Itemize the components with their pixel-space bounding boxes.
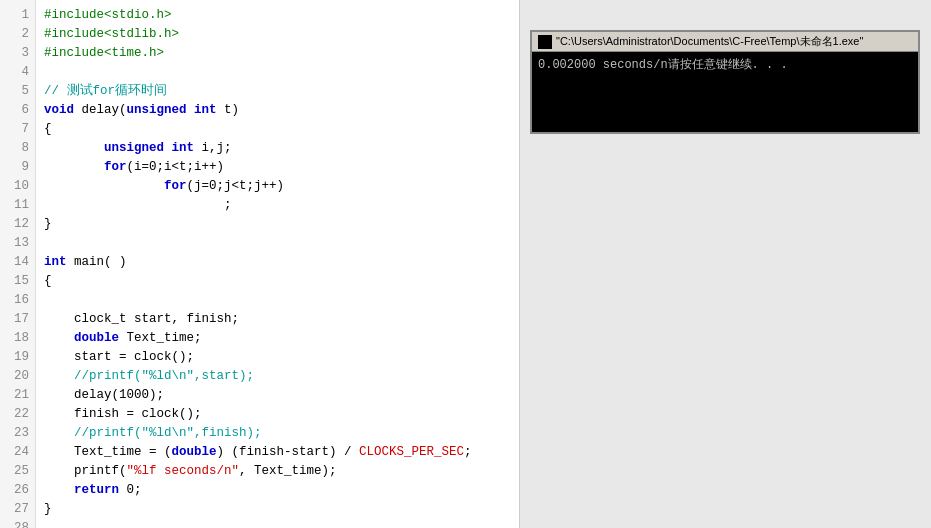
code-line: }	[44, 500, 511, 519]
line-number: 9	[21, 158, 29, 177]
code-line: ​	[44, 519, 511, 528]
code-line: clock_t start, finish;	[44, 310, 511, 329]
code-line: for(j=0;j<t;j++)	[44, 177, 511, 196]
line-number: 7	[21, 120, 29, 139]
code-line: double Text_time;	[44, 329, 511, 348]
code-line: #include<time.h>	[44, 44, 511, 63]
code-line: int main( )	[44, 253, 511, 272]
code-editor: 1234567891011121314151617181920212223242…	[0, 0, 520, 528]
line-number: 16	[14, 291, 29, 310]
line-number: 19	[14, 348, 29, 367]
code-line: }	[44, 215, 511, 234]
line-number: 10	[14, 177, 29, 196]
code-line: Text_time = (double) (finish-start) / CL…	[44, 443, 511, 462]
line-number: 14	[14, 253, 29, 272]
code-line: //printf("%ld\n",start);	[44, 367, 511, 386]
line-number: 4	[21, 63, 29, 82]
code-content[interactable]: #include<stdio.h>#include<stdlib.h>#incl…	[36, 0, 519, 528]
line-number: 26	[14, 481, 29, 500]
line-number: 21	[14, 386, 29, 405]
code-line: return 0;	[44, 481, 511, 500]
line-number: 2	[21, 25, 29, 44]
line-number: 17	[14, 310, 29, 329]
code-line: void delay(unsigned int t)	[44, 101, 511, 120]
line-number: 20	[14, 367, 29, 386]
code-line: {	[44, 272, 511, 291]
line-numbers: 1234567891011121314151617181920212223242…	[0, 0, 36, 528]
code-line: finish = clock();	[44, 405, 511, 424]
terminal-body: 0.002000 seconds/n请按任意键继续. . .	[532, 52, 918, 132]
line-number: 15	[14, 272, 29, 291]
terminal-title: "C:\Users\Administrator\Documents\C-Free…	[556, 34, 863, 49]
code-line: ​	[44, 234, 511, 253]
code-line: unsigned int i,j;	[44, 139, 511, 158]
terminal-titlebar: "C:\Users\Administrator\Documents\C-Free…	[532, 32, 918, 52]
line-number: 8	[21, 139, 29, 158]
line-number: 22	[14, 405, 29, 424]
code-line: ;	[44, 196, 511, 215]
line-number: 1	[21, 6, 29, 25]
terminal-window: "C:\Users\Administrator\Documents\C-Free…	[530, 30, 920, 134]
line-number: 24	[14, 443, 29, 462]
line-number: 23	[14, 424, 29, 443]
line-number: 3	[21, 44, 29, 63]
line-number: 11	[14, 196, 29, 215]
line-number: 28	[14, 519, 29, 528]
line-number: 25	[14, 462, 29, 481]
code-line: delay(1000);	[44, 386, 511, 405]
code-line: for(i=0;i<t;i++)	[44, 158, 511, 177]
code-line: // 测试for循环时间	[44, 82, 511, 101]
line-number: 18	[14, 329, 29, 348]
line-number: 27	[14, 500, 29, 519]
code-line: //printf("%ld\n",finish);	[44, 424, 511, 443]
line-number: 6	[21, 101, 29, 120]
code-line: ​	[44, 291, 511, 310]
code-line: printf("%lf seconds/n", Text_time);	[44, 462, 511, 481]
line-number: 12	[14, 215, 29, 234]
code-line: #include<stdio.h>	[44, 6, 511, 25]
line-number: 5	[21, 82, 29, 101]
terminal-wrapper: "C:\Users\Administrator\Documents\C-Free…	[520, 0, 931, 528]
code-line: ​	[44, 63, 511, 82]
code-line: #include<stdlib.h>	[44, 25, 511, 44]
line-number: 13	[14, 234, 29, 253]
code-line: start = clock();	[44, 348, 511, 367]
terminal-app-icon	[538, 35, 552, 49]
code-line: {	[44, 120, 511, 139]
